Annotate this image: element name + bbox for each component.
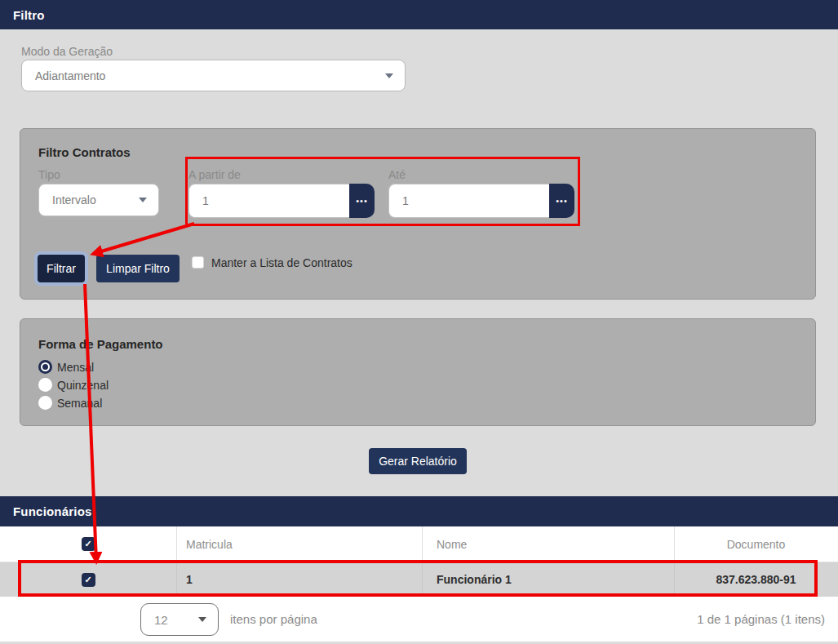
keep-contracts-label: Manter a Lista de Contratos [211, 256, 352, 269]
cell-nome: Funcionário 1 [437, 562, 665, 597]
pagination-summary: 1 de 1 páginas (1 itens) [580, 597, 825, 642]
gerar-relatorio-button[interactable]: Gerar Relatório [369, 448, 467, 474]
row-checkbox[interactable]: ✓ [82, 573, 95, 587]
generation-mode-label: Modo da Geração [21, 45, 113, 58]
filtrar-button[interactable]: Filtrar [38, 255, 85, 282]
radio-label: Semanal [57, 397, 102, 410]
radio-selected-icon [38, 360, 52, 374]
column-separator [176, 526, 177, 562]
column-separator [176, 562, 177, 597]
radio-unselected-icon [38, 378, 52, 392]
chevron-down-icon [385, 73, 393, 78]
page-size-select[interactable]: 12 [140, 603, 219, 636]
column-header-matricula[interactable]: Matricula [186, 526, 415, 562]
tipo-value: Intervalo [52, 193, 96, 207]
column-separator [422, 526, 423, 562]
employees-section-header: Funcionários [0, 496, 838, 526]
items-per-page-label: itens por página [230, 597, 393, 642]
keep-contracts-checkbox[interactable] [192, 256, 204, 269]
to-lookup-button[interactable]: ••• [549, 184, 574, 218]
page-size-value: 12 [154, 613, 168, 627]
contracts-filter-panel: Filtro Contratos Tipo Intervalo A partir… [20, 128, 816, 300]
pagination-bar: « ‹ 1 › » 12 itens por página 1 de 1 pág… [0, 597, 838, 642]
generation-mode-value: Adiantamento [35, 69, 105, 82]
tipo-select[interactable]: Intervalo [38, 184, 159, 216]
to-label: Até [388, 168, 406, 181]
limpar-filtro-button[interactable]: Limpar Filtro [96, 255, 180, 282]
radio-label: Mensal [57, 361, 94, 374]
column-header-documento[interactable]: Documento [674, 526, 838, 562]
filter-section-header: Filtro [0, 0, 838, 29]
cell-matricula: 1 [186, 562, 415, 597]
employees-section-title: Funcionários [13, 504, 92, 518]
from-input[interactable] [188, 184, 349, 218]
chevron-down-icon [198, 617, 206, 622]
select-all-checkbox[interactable]: ✓ [82, 537, 95, 551]
generation-mode-select[interactable]: Adiantamento [21, 60, 406, 91]
table-header-row: ✓ Matricula Nome Documento [0, 526, 838, 562]
radio-option-semanal[interactable]: Semanal [38, 396, 109, 410]
from-lookup-button[interactable]: ••• [349, 184, 375, 218]
from-label: A partir de [188, 168, 241, 181]
ellipsis-icon: ••• [356, 196, 368, 206]
radio-option-mensal[interactable]: Mensal [38, 360, 109, 374]
cell-documento: 837.623.880-91 [674, 562, 838, 597]
radio-unselected-icon [38, 396, 52, 410]
radio-label: Quinzenal [57, 379, 109, 392]
ellipsis-icon: ••• [556, 196, 568, 206]
column-header-nome[interactable]: Nome [437, 526, 665, 562]
payment-form-panel: Forma de Pagamento Mensal Quinzenal Sema… [20, 318, 816, 426]
check-icon: ✓ [84, 575, 91, 585]
radio-option-quinzenal[interactable]: Quinzenal [38, 378, 109, 392]
column-separator [422, 562, 423, 597]
payment-form-title: Forma de Pagamento [38, 337, 163, 351]
tipo-label: Tipo [38, 168, 60, 181]
filter-section-title: Filtro [13, 8, 45, 22]
to-input[interactable] [388, 184, 549, 218]
contracts-filter-title: Filtro Contratos [38, 145, 131, 159]
table-row[interactable]: ✓ 1 Funcionário 1 837.623.880-91 [0, 562, 838, 597]
check-icon: ✓ [84, 539, 91, 549]
chevron-down-icon [139, 198, 147, 202]
